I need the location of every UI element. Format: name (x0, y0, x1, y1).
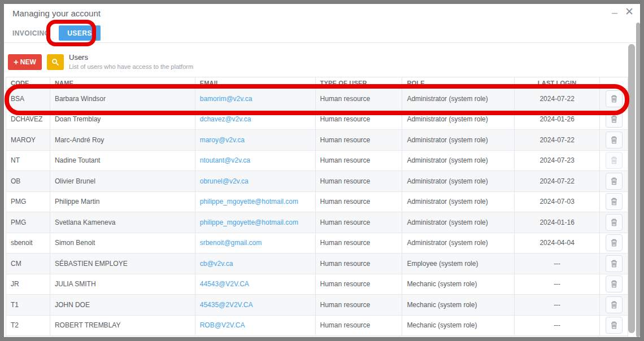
table-row: NTNadine Toutantntoutant@v2v.caHuman res… (6, 151, 628, 172)
cell-email[interactable]: maroy@v2v.ca (195, 130, 316, 150)
new-user-button[interactable]: + NEW (8, 54, 42, 70)
cell-role: Mechanic (system role) (402, 316, 515, 336)
tab-users[interactable]: USERS (59, 25, 100, 41)
cell-code: DCHAVEZ (6, 110, 50, 130)
cell-email[interactable]: cb@v2v.ca (195, 253, 316, 274)
delete-button[interactable] (606, 214, 623, 231)
email-link[interactable]: ntoutant@v2v.ca (200, 156, 250, 164)
delete-button[interactable] (606, 111, 623, 128)
cell-role: Mechanic (system role) (402, 295, 515, 315)
delete-button[interactable] (606, 152, 623, 169)
delete-button[interactable] (606, 90, 623, 107)
tab-invoicing[interactable]: INVOICING (11, 25, 51, 41)
delete-button[interactable] (606, 317, 623, 334)
cell-name: Simon Benoit (50, 233, 195, 253)
email-link[interactable]: srbenoit@gmail.com (200, 239, 262, 247)
cell-code: CM (6, 253, 50, 274)
partial-next-row (6, 336, 628, 338)
cell-email[interactable]: philippe_mgoyette@hotmail.com (195, 192, 316, 212)
cell-code: T1 (6, 295, 50, 315)
cell-role: Administrator (system role) (402, 89, 515, 109)
cell-type-of-user: Human resource (316, 253, 403, 274)
cell-email[interactable]: dchavez@v2v.ca (195, 110, 316, 130)
cell-code: PMG (6, 192, 50, 212)
cell-code: NT (6, 151, 50, 171)
cell-code: OB (6, 171, 50, 191)
cell-last-login: --- (515, 295, 600, 315)
users-table: CODENAMEEMAILTYPE OF USERROLELAST LOGIN … (6, 77, 628, 336)
delete-button[interactable] (606, 193, 623, 210)
minimize-icon[interactable]: – (612, 7, 617, 18)
email-link[interactable]: bamorim@v2v.ca (200, 95, 253, 103)
cell-type-of-user: Human resource (316, 316, 403, 336)
cell-actions (600, 110, 628, 130)
search-icon (51, 58, 59, 66)
tab-divider (4, 42, 640, 43)
cell-email[interactable]: 45435@2V2V.CA (195, 295, 316, 315)
cell-role: Administrator (system role) (402, 233, 515, 253)
cell-code: sbenoit (6, 233, 50, 253)
table-scrollbar-thumb[interactable] (628, 44, 635, 333)
cell-last-login: 2024-07-22 (515, 89, 600, 109)
column-header: EMAIL (195, 77, 316, 88)
cell-name: Olivier Brunel (50, 171, 195, 191)
cell-email[interactable]: srbenoit@gmail.com (195, 233, 316, 253)
cell-role: Administrator (system role) (402, 192, 515, 212)
email-link[interactable]: cb@v2v.ca (200, 260, 233, 268)
section-title: Users (69, 53, 88, 62)
email-link[interactable]: dchavez@v2v.ca (200, 115, 251, 123)
cell-role: Administrator (system role) (402, 171, 515, 191)
cell-name: SÉBASTIEN EMPLOYE (50, 253, 195, 274)
cell-name: Nadine Toutant (50, 151, 195, 171)
cell-last-login: --- (515, 274, 600, 295)
cell-role: Administrator (system role) (402, 130, 515, 150)
email-link[interactable]: 45435@2V2V.CA (200, 301, 253, 309)
email-link[interactable]: philippe_mgoyette@hotmail.com (200, 218, 298, 226)
table-row: OBOlivier Brunelobrunel@v2v.caHuman reso… (6, 171, 628, 192)
trash-icon (611, 95, 617, 103)
delete-button[interactable] (606, 234, 623, 251)
close-icon[interactable]: ✕ (625, 6, 634, 17)
cell-email[interactable]: ntoutant@v2v.ca (195, 151, 316, 171)
cell-last-login: 2024-07-03 (515, 192, 600, 212)
cell-name: Barbara Windsor (50, 89, 195, 109)
cell-last-login: 2024-07-23 (515, 151, 600, 171)
table-row: CMSÉBASTIEN EMPLOYEcb@v2v.caHuman resour… (6, 253, 628, 274)
cell-name: Philippe Martin (50, 192, 195, 212)
trash-icon (611, 321, 617, 329)
trash-icon (611, 301, 617, 309)
delete-button[interactable] (606, 173, 623, 190)
trash-icon (611, 156, 617, 164)
trash-icon (611, 280, 617, 288)
delete-button[interactable] (606, 276, 623, 292)
search-button[interactable] (47, 54, 64, 70)
table-row: JRJULIA SMITH44543@V2V.CAHuman resourceM… (6, 274, 628, 295)
cell-last-login: 2024-01-16 (515, 212, 600, 233)
cell-last-login: 2024-01-26 (515, 110, 600, 130)
email-link[interactable]: obrunel@v2v.ca (200, 177, 249, 185)
cell-last-login: --- (515, 316, 600, 336)
email-link[interactable]: philippe_mgoyette@hotmail.com (200, 198, 298, 206)
email-link[interactable]: ROB@V2V.CA (200, 321, 245, 329)
column-header: ROLE (402, 77, 515, 88)
cell-role: Administrator (system role) (402, 212, 515, 233)
table-body: BSABarbara Windsorbamorim@v2v.caHuman re… (6, 89, 628, 336)
delete-button[interactable] (606, 255, 623, 272)
cell-email[interactable]: philippe_mgoyette@hotmail.com (195, 212, 316, 233)
email-link[interactable]: 44543@V2V.CA (200, 280, 249, 288)
email-link[interactable]: maroy@v2v.ca (200, 136, 245, 144)
delete-button[interactable] (606, 296, 623, 313)
cell-name: Svetlana Kameneva (50, 212, 195, 233)
cell-email[interactable]: 44543@V2V.CA (195, 274, 316, 295)
cell-email[interactable]: bamorim@v2v.ca (195, 89, 316, 109)
table-row: sbenoitSimon Benoitsrbenoit@gmail.comHum… (6, 233, 628, 254)
delete-button[interactable] (606, 132, 623, 148)
cell-actions (600, 192, 628, 212)
column-header (600, 77, 628, 88)
cell-email[interactable]: obrunel@v2v.ca (195, 171, 316, 191)
cell-code: T2 (6, 316, 50, 336)
window-scrollbar-thumb[interactable] (636, 23, 640, 337)
cell-type-of-user: Human resource (316, 274, 403, 295)
table-header-row: CODENAMEEMAILTYPE OF USERROLELAST LOGIN (6, 77, 628, 89)
cell-email[interactable]: ROB@V2V.CA (195, 316, 316, 336)
